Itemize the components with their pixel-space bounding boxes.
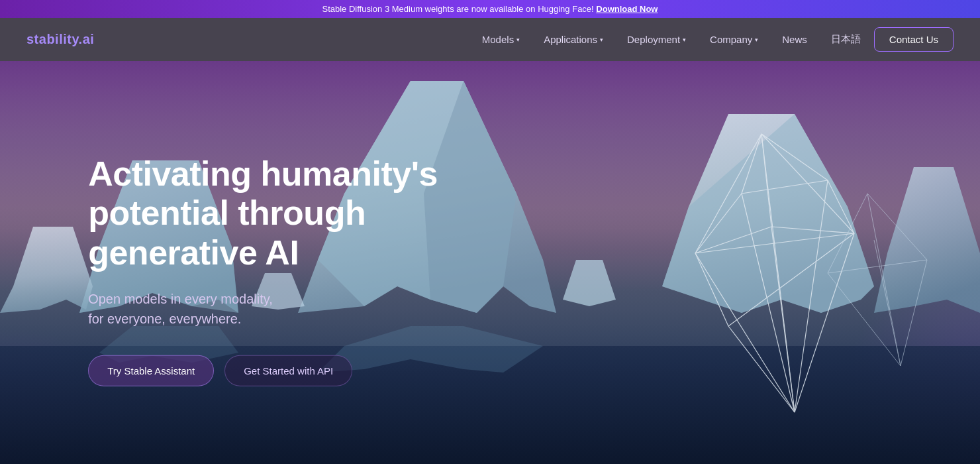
nav-item-japanese[interactable]: 日本語 bbox=[820, 28, 871, 51]
nav-links: Models ▾ Applications ▾ Deployment ▾ Com… bbox=[471, 27, 954, 52]
contact-us-button[interactable]: Contact Us bbox=[874, 27, 954, 52]
hero-buttons: Try Stable Assistant Get Started with AP… bbox=[88, 355, 485, 386]
logo[interactable]: stability.ai bbox=[26, 32, 94, 47]
logo-main: stability bbox=[26, 32, 79, 46]
logo-accent: .ai bbox=[79, 32, 95, 46]
chevron-down-icon: ▾ bbox=[683, 36, 686, 43]
chevron-down-icon: ▾ bbox=[600, 36, 603, 43]
hero-title: Activating humanity's potential through … bbox=[88, 154, 485, 272]
nav-item-deployment[interactable]: Deployment ▾ bbox=[616, 29, 697, 50]
nav-item-applications[interactable]: Applications ▾ bbox=[533, 29, 614, 50]
announcement-bar: Stable Diffusion 3 Medium weights are no… bbox=[0, 0, 980, 18]
try-stable-assistant-button[interactable]: Try Stable Assistant bbox=[88, 355, 214, 386]
nav-item-company[interactable]: Company ▾ bbox=[699, 29, 769, 50]
announcement-text: Stable Diffusion 3 Medium weights are no… bbox=[322, 4, 596, 14]
chevron-down-icon: ▾ bbox=[516, 36, 520, 43]
hero-subtitle: Open models in every modality, for every… bbox=[88, 289, 485, 329]
navbar: stability.ai Models ▾ Applications ▾ Dep… bbox=[0, 18, 980, 61]
nav-item-news[interactable]: News bbox=[771, 29, 818, 50]
nav-item-models[interactable]: Models ▾ bbox=[471, 29, 530, 50]
hero-section: Activating humanity's potential through … bbox=[0, 61, 980, 464]
get-started-api-button[interactable]: Get Started with API bbox=[224, 355, 352, 386]
logo-text: stability.ai bbox=[26, 32, 94, 47]
chevron-down-icon: ▾ bbox=[755, 36, 758, 43]
hero-content: Activating humanity's potential through … bbox=[88, 154, 485, 386]
announcement-link[interactable]: Download Now bbox=[596, 4, 658, 14]
